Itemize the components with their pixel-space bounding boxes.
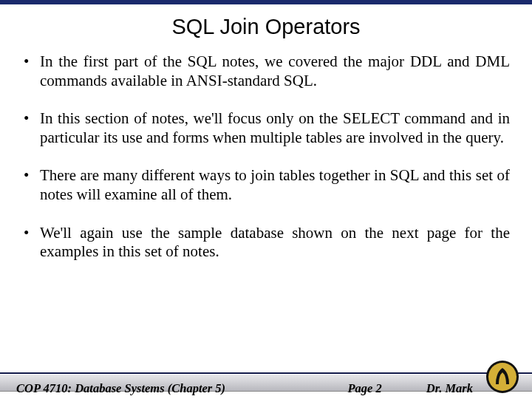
slide-title: SQL Join Operators [0,15,532,39]
slide-footer: COP 4710: Database Systems (Chapter 5) P… [0,365,532,399]
bullet-list: In the first part of the SQL notes, we c… [21,52,510,262]
top-accent-bar [0,0,532,4]
bullet-item: We'll again use the sample database show… [21,224,510,262]
footer-author: Dr. Mark [426,381,473,396]
footer-page: Page 2 [347,381,381,396]
slide-body: In the first part of the SQL notes, we c… [0,52,532,262]
footer-course: COP 4710: Database Systems (Chapter 5) [16,381,225,396]
footer-row: COP 4710: Database Systems (Chapter 5) P… [0,378,532,399]
bullet-item: In this section of notes, we'll focus on… [21,109,510,147]
bullet-item: In the first part of the SQL notes, we c… [21,52,510,90]
university-logo-icon [485,359,520,395]
bullet-item: There are many different ways to join ta… [21,166,510,204]
